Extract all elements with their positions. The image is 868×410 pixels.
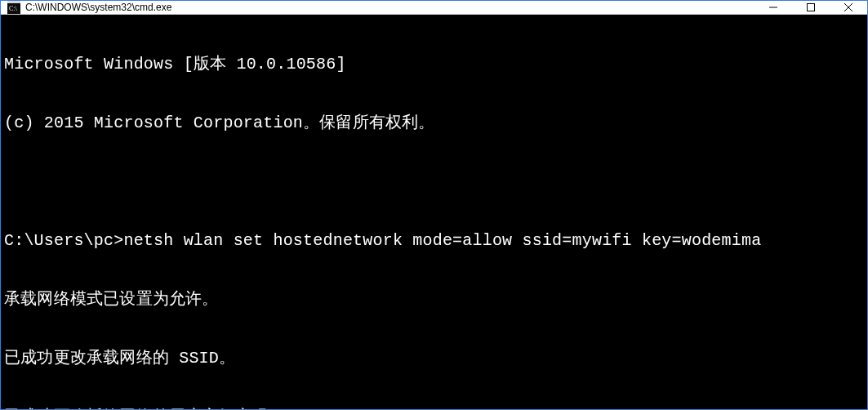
window-title: C:\WINDOWS\system32\cmd.exe bbox=[25, 2, 754, 13]
terminal-output[interactable]: Microsoft Windows [版本 10.0.10586] (c) 20… bbox=[1, 15, 867, 409]
banner-line: Microsoft Windows [版本 10.0.10586] bbox=[4, 55, 864, 74]
window-controls bbox=[754, 1, 867, 14]
output-line: 已成功更改托管网络的用户密钥密码。 bbox=[4, 408, 864, 409]
output-line: 已成功更改承载网络的 SSID。 bbox=[4, 349, 864, 368]
svg-text:C:\: C:\ bbox=[9, 5, 18, 12]
titlebar[interactable]: C:\ C:\WINDOWS\system32\cmd.exe bbox=[1, 1, 867, 15]
command-text: netsh wlan set hostednetwork mode=allow … bbox=[123, 231, 761, 250]
svg-rect-1 bbox=[7, 1, 20, 3]
svg-rect-3 bbox=[808, 4, 815, 11]
blank-line bbox=[4, 172, 864, 192]
cmd-icon: C:\ bbox=[7, 1, 20, 14]
maximize-button[interactable] bbox=[792, 1, 830, 14]
command-line-1: C:\Users\pc>netsh wlan set hostednetwork… bbox=[4, 231, 864, 251]
output-line: 承载网络模式已设置为允许。 bbox=[4, 290, 864, 310]
minimize-button[interactable] bbox=[754, 1, 792, 14]
copyright-line: (c) 2015 Microsoft Corporation。保留所有权利。 bbox=[4, 114, 864, 133]
cmd-window: C:\ C:\WINDOWS\system32\cmd.exe Microsof… bbox=[0, 0, 868, 410]
close-button[interactable] bbox=[830, 1, 867, 14]
prompt: C:\Users\pc> bbox=[4, 231, 123, 250]
